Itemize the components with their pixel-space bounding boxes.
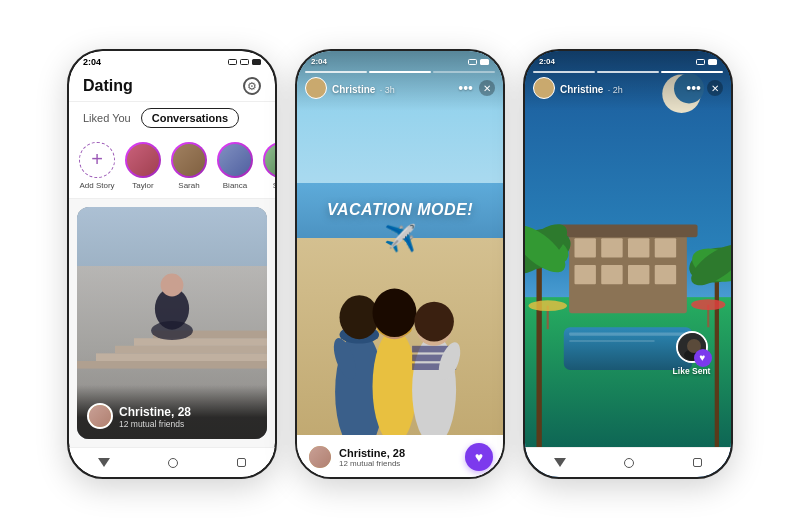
story-user-info-right: Christine · 2h (533, 77, 623, 99)
bianca-label: Bianca (223, 181, 247, 190)
home-button-right[interactable] (624, 458, 634, 468)
story-username-right: Christine (560, 84, 603, 95)
taylor-avatar-inner (127, 144, 159, 176)
status-time-right: 2:04 (539, 57, 555, 66)
card-text: Christine, 28 12 mutual friends (119, 405, 191, 429)
svg-rect-4 (115, 346, 267, 354)
add-story-label: Add Story (79, 181, 114, 190)
story-bar-2 (369, 71, 431, 73)
phones-container: 2:04 Dating ⚙ Liked You Conversations (47, 29, 753, 499)
sp-label: Sp... (273, 181, 275, 190)
vacation-text: VACATION MODE! (327, 201, 473, 219)
add-story-item[interactable]: + Add Story (79, 142, 115, 190)
recents-button[interactable] (237, 458, 246, 467)
mid-card-mutual: 12 mutual friends (339, 459, 405, 468)
card-mutual: 12 mutual friends (119, 419, 191, 429)
story-bars-right (533, 71, 723, 73)
like-sent-avatar-container: ♥ (676, 331, 708, 363)
status-icons-right (696, 59, 717, 65)
svg-rect-53 (569, 332, 687, 335)
nav-bar-left (69, 447, 275, 477)
story-bianca[interactable]: Bianca (217, 142, 253, 190)
story-avatar-right (533, 77, 555, 99)
sp-avatar-inner (265, 144, 275, 176)
more-icon-mid[interactable]: ••• (458, 80, 473, 96)
svg-rect-42 (558, 224, 697, 237)
status-time-mid: 2:04 (311, 57, 327, 66)
back-button[interactable] (98, 458, 110, 467)
sp-avatar (263, 142, 275, 178)
svg-rect-54 (569, 340, 655, 342)
dating-tabs: Liked You Conversations (69, 102, 275, 134)
phone-left: 2:04 Dating ⚙ Liked You Conversations (67, 49, 277, 479)
story-bar-3 (433, 71, 495, 73)
svg-point-8 (161, 274, 184, 297)
recents-button-right[interactable] (693, 458, 702, 467)
heart-button-mid[interactable]: ♥ (465, 443, 493, 471)
mid-card-avatar-shape (309, 446, 331, 468)
taylor-label: Taylor (132, 181, 153, 190)
svg-rect-34 (574, 238, 595, 257)
story-bar-right-3 (661, 71, 723, 73)
status-bar-mid: 2:04 (297, 51, 503, 68)
taylor-avatar (125, 142, 161, 178)
story-bar-1 (305, 71, 367, 73)
wifi-icon (240, 59, 249, 65)
add-story-circle[interactable]: + (79, 142, 115, 178)
story-taylor[interactable]: Taylor (125, 142, 161, 190)
plus-icon: + (91, 149, 103, 169)
mid-card-text: Christine, 28 12 mutual friends (339, 447, 405, 468)
close-button-mid[interactable]: ✕ (479, 80, 495, 96)
story-content-mid[interactable]: Christine · 3h ••• ✕ VACATION MODE (297, 51, 503, 447)
like-sent-badge: ♥ Like Sent (673, 331, 711, 376)
story-user-info-mid: Christine · 3h (305, 77, 395, 99)
mid-card-left: Christine, 28 12 mutual friends (307, 444, 405, 470)
tab-conversations[interactable]: Conversations (141, 108, 239, 128)
back-button-right[interactable] (554, 458, 566, 467)
svg-point-9 (151, 321, 193, 340)
story-actions-right: ••• ✕ (686, 80, 723, 96)
status-bar-left: 2:04 (69, 51, 275, 69)
gear-icon: ⚙ (247, 80, 257, 93)
home-button[interactable] (168, 458, 178, 468)
svg-rect-2 (77, 361, 267, 369)
signal-icon-right (696, 59, 705, 65)
close-icon-mid: ✕ (483, 83, 491, 94)
svg-rect-37 (655, 238, 676, 257)
svg-rect-41 (655, 265, 676, 284)
story-bar-right-1 (533, 71, 595, 73)
bianca-avatar-inner (219, 144, 251, 176)
svg-point-58 (691, 299, 725, 310)
svg-rect-35 (601, 238, 622, 257)
gear-button[interactable]: ⚙ (243, 77, 261, 95)
heart-icon-mid: ♥ (475, 449, 483, 465)
story-sarah[interactable]: Sarah (171, 142, 207, 190)
story-time-value-mid: 3h (385, 85, 395, 95)
card-name: Christine, 28 (119, 405, 191, 419)
story-topbar-mid: Christine · 3h ••• ✕ (305, 77, 495, 99)
more-icon-right[interactable]: ••• (686, 80, 701, 96)
svg-point-20 (373, 289, 417, 337)
story-topbar-right: Christine · 2h ••• ✕ (533, 77, 723, 99)
story-bar-right-2 (597, 71, 659, 73)
signal-icon-mid (468, 59, 477, 65)
story-content-right[interactable]: Christine · 2h ••• ✕ (525, 51, 731, 447)
svg-point-17 (373, 329, 417, 443)
story-username-mid: Christine (332, 84, 375, 95)
mid-card-info: Christine, 28 12 mutual friends ♥ (297, 435, 503, 477)
battery-icon-right (708, 59, 717, 65)
like-sent-heart-icon: ♥ (694, 349, 712, 367)
story-sp[interactable]: Sp... (263, 142, 275, 190)
story-user-details-mid: Christine · 3h (332, 79, 395, 97)
close-icon-right: ✕ (711, 83, 719, 94)
card-avatar (87, 403, 113, 429)
card-info: Christine, 28 12 mutual friends (77, 385, 267, 439)
phone-mid-inner: 2:04 (297, 51, 503, 477)
card-avatar-shape (89, 405, 111, 427)
close-button-right[interactable]: ✕ (707, 80, 723, 96)
status-bar-right: 2:04 (525, 51, 731, 68)
profile-card[interactable]: Christine, 28 12 mutual friends (77, 207, 267, 439)
svg-rect-3 (96, 353, 267, 361)
tab-liked-you[interactable]: Liked You (83, 109, 131, 127)
sarah-avatar (171, 142, 207, 178)
